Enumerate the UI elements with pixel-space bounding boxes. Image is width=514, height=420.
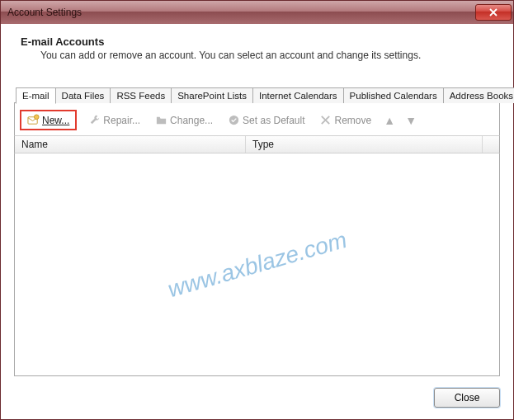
- set-default-button-label: Set as Default: [243, 115, 304, 126]
- remove-button-label: Remove: [334, 115, 371, 126]
- folder-change-icon: [155, 114, 167, 126]
- heading-block: E-mail Accounts You can add or remove an…: [14, 35, 500, 69]
- close-button[interactable]: Close: [434, 388, 500, 408]
- heading-subtitle: You can add or remove an account. You ca…: [40, 50, 493, 61]
- svg-point-1: [34, 115, 39, 120]
- new-button-highlight: New...: [20, 110, 77, 130]
- tab-sharepoint-lists[interactable]: SharePoint Lists: [172, 87, 253, 103]
- new-button[interactable]: New...: [24, 112, 73, 128]
- envelope-new-icon: [27, 114, 40, 126]
- arrow-up-icon: ▲: [384, 114, 395, 127]
- check-circle-icon: [228, 114, 240, 126]
- tab-strip: E-mail Data Files RSS Feeds SharePoint L…: [14, 87, 500, 103]
- change-button: Change...: [152, 112, 216, 128]
- client-area: E-mail Accounts You can add or remove an…: [1, 24, 513, 419]
- tab-rss-feeds[interactable]: RSS Feeds: [111, 87, 172, 103]
- accounts-list[interactable]: www.axblaze.com: [14, 153, 500, 376]
- titlebar: Account Settings: [1, 1, 513, 24]
- watermark-text: www.axblaze.com: [164, 226, 349, 303]
- wrench-icon: [88, 114, 101, 126]
- close-button-label: Close: [455, 392, 480, 403]
- tab-email[interactable]: E-mail: [16, 87, 56, 104]
- window-title: Account Settings: [7, 7, 82, 18]
- toolbar: New... Repair... Change...: [14, 103, 500, 135]
- account-settings-dialog: Account Settings E-mail Accounts You can…: [0, 0, 514, 420]
- move-up-button: ▲: [383, 114, 396, 127]
- close-icon: [489, 8, 497, 17]
- tab-published-calendars[interactable]: Published Calendars: [344, 87, 444, 103]
- dialog-button-row: Close: [14, 376, 500, 408]
- repair-button-label: Repair...: [103, 115, 140, 126]
- repair-button: Repair...: [85, 112, 144, 128]
- new-button-label: New...: [42, 115, 69, 126]
- column-header-name[interactable]: Name: [15, 136, 246, 153]
- set-default-button: Set as Default: [224, 112, 308, 128]
- column-header-tail: [483, 136, 499, 153]
- move-down-button: ▼: [404, 114, 417, 127]
- column-header-type[interactable]: Type: [246, 136, 483, 153]
- heading-title: E-mail Accounts: [21, 35, 493, 48]
- tab-address-books[interactable]: Address Books: [444, 87, 514, 103]
- window-close-button[interactable]: [475, 4, 512, 21]
- arrow-down-icon: ▼: [405, 114, 417, 127]
- tab-data-files[interactable]: Data Files: [56, 87, 111, 103]
- remove-button: Remove: [316, 112, 375, 128]
- x-icon: [319, 114, 332, 126]
- list-header: Name Type: [14, 135, 500, 153]
- tab-internet-calendars[interactable]: Internet Calendars: [253, 87, 344, 103]
- change-button-label: Change...: [170, 115, 213, 126]
